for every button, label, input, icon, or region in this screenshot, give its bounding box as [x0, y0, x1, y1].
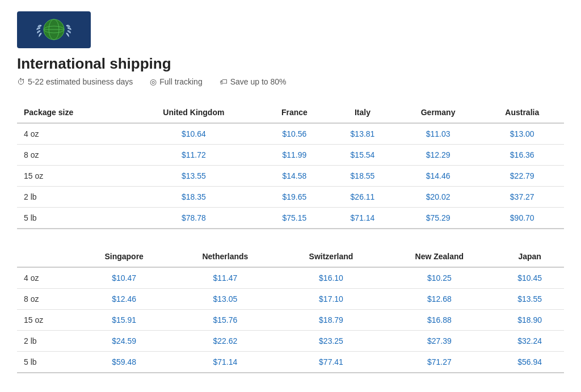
col-uk: United Kingdom — [128, 102, 259, 123]
table-row: 2 lb$24.59$22.62$23.25$27.39$32.24 — [17, 331, 564, 352]
col-switzerland: Switzerland — [279, 246, 384, 267]
table-cell: $10.25 — [383, 267, 495, 289]
table-cell: 15 oz — [17, 166, 128, 187]
table-cell: $16.36 — [481, 145, 565, 166]
table-cell: $77.41 — [279, 352, 384, 373]
meta-tracking-text: Full tracking — [159, 77, 202, 86]
table-cell: 4 oz — [17, 123, 128, 145]
table-cell: $26.11 — [329, 187, 395, 208]
table-cell: $18.79 — [279, 310, 384, 331]
table-cell: $12.29 — [396, 145, 481, 166]
col-singapore: Singapore — [77, 246, 171, 267]
table-cell: $15.76 — [171, 310, 279, 331]
table-cell: $59.48 — [77, 352, 171, 373]
table-cell: $14.46 — [396, 166, 481, 187]
table-cell: $78.78 — [128, 208, 259, 229]
logo-container — [17, 11, 564, 48]
table-cell: $17.10 — [279, 289, 384, 310]
col-france: France — [259, 102, 329, 123]
table-cell: $11.03 — [396, 123, 481, 145]
col-japan: Japan — [495, 246, 564, 267]
meta-days-text: 5-22 estimated business days — [28, 77, 133, 86]
table-row: 4 oz$10.47$11.47$16.10$10.25$10.45 — [17, 267, 564, 289]
col-netherlands: Netherlands — [171, 246, 279, 267]
shipping-table-1: Package size United Kingdom France Italy… — [17, 102, 564, 229]
table-cell: $13.05 — [171, 289, 279, 310]
table-cell: $16.10 — [279, 267, 384, 289]
table-row: 4 oz$10.64$10.56$13.81$11.03$13.00 — [17, 123, 564, 145]
table2-header-row: Singapore Netherlands Switzerland New Ze… — [17, 246, 564, 267]
table-cell: 5 lb — [17, 208, 128, 229]
table-cell: $14.58 — [259, 166, 329, 187]
table-cell: $90.70 — [481, 208, 565, 229]
table-row: 5 lb$78.78$75.15$71.14$75.29$90.70 — [17, 208, 564, 229]
table-cell: $15.91 — [77, 310, 171, 331]
meta-savings-text: Save up to 80% — [230, 77, 287, 86]
table-cell: 5 lb — [17, 352, 77, 373]
logo — [17, 11, 91, 48]
table-cell: $10.45 — [495, 267, 564, 289]
table-cell: $13.81 — [329, 123, 395, 145]
table-cell: $75.15 — [259, 208, 329, 229]
table-cell: $16.88 — [383, 310, 495, 331]
table-cell: $71.14 — [329, 208, 395, 229]
table-cell: $10.47 — [77, 267, 171, 289]
table-cell: $56.94 — [495, 352, 564, 373]
table-row: 8 oz$12.46$13.05$17.10$12.68$13.55 — [17, 289, 564, 310]
col-empty — [17, 246, 77, 267]
tracking-icon: ◎ — [150, 77, 157, 86]
table-cell: $71.27 — [383, 352, 495, 373]
table-cell: $13.00 — [481, 123, 565, 145]
table-cell: 8 oz — [17, 289, 77, 310]
table-row: 15 oz$13.55$14.58$18.55$14.46$22.79 — [17, 166, 564, 187]
table-cell: $10.64 — [128, 123, 259, 145]
table-cell: 4 oz — [17, 267, 77, 289]
shipping-table-2: Singapore Netherlands Switzerland New Ze… — [17, 246, 564, 373]
table-cell: $10.56 — [259, 123, 329, 145]
clock-icon: ⏱ — [17, 77, 25, 86]
table-cell: 2 lb — [17, 187, 128, 208]
table-row: 5 lb$59.48$71.14$77.41$71.27$56.94 — [17, 352, 564, 373]
table-cell: 2 lb — [17, 331, 77, 352]
table-cell: $19.65 — [259, 187, 329, 208]
table-cell: $11.72 — [128, 145, 259, 166]
meta-savings: 🏷 Save up to 80% — [220, 77, 287, 86]
meta-days: ⏱ 5-22 estimated business days — [17, 77, 133, 86]
table-cell: $23.25 — [279, 331, 384, 352]
meta-row: ⏱ 5-22 estimated business days ◎ Full tr… — [17, 77, 564, 86]
col-italy: Italy — [329, 102, 395, 123]
table1-header-row: Package size United Kingdom France Italy… — [17, 102, 564, 123]
table-cell: $24.59 — [77, 331, 171, 352]
table-cell: 8 oz — [17, 145, 128, 166]
table-row: 2 lb$18.35$19.65$26.11$20.02$37.27 — [17, 187, 564, 208]
table-cell: $12.68 — [383, 289, 495, 310]
table-cell: $22.79 — [481, 166, 565, 187]
table-cell: $27.39 — [383, 331, 495, 352]
col-australia: Australia — [481, 102, 565, 123]
table-cell: $15.54 — [329, 145, 395, 166]
table-cell: $20.02 — [396, 187, 481, 208]
table-cell: $32.24 — [495, 331, 564, 352]
meta-tracking: ◎ Full tracking — [150, 77, 202, 86]
table-cell: $75.29 — [396, 208, 481, 229]
tag-icon: 🏷 — [220, 77, 228, 86]
table-row: 15 oz$15.91$15.76$18.79$16.88$18.90 — [17, 310, 564, 331]
table-cell: $13.55 — [495, 289, 564, 310]
col-newzealand: New Zealand — [383, 246, 495, 267]
table-cell: $71.14 — [171, 352, 279, 373]
table-cell: $18.55 — [329, 166, 395, 187]
page-title: International shipping — [17, 55, 564, 73]
col-germany: Germany — [396, 102, 481, 123]
table-cell: $22.62 — [171, 331, 279, 352]
table-cell: 15 oz — [17, 310, 77, 331]
table-cell: $37.27 — [481, 187, 565, 208]
table-cell: $11.99 — [259, 145, 329, 166]
table-cell: $18.35 — [128, 187, 259, 208]
table-row: 8 oz$11.72$11.99$15.54$12.29$16.36 — [17, 145, 564, 166]
table-cell: $12.46 — [77, 289, 171, 310]
table-cell: $11.47 — [171, 267, 279, 289]
table-cell: $13.55 — [128, 166, 259, 187]
table-cell: $18.90 — [495, 310, 564, 331]
col-package-size: Package size — [17, 102, 128, 123]
